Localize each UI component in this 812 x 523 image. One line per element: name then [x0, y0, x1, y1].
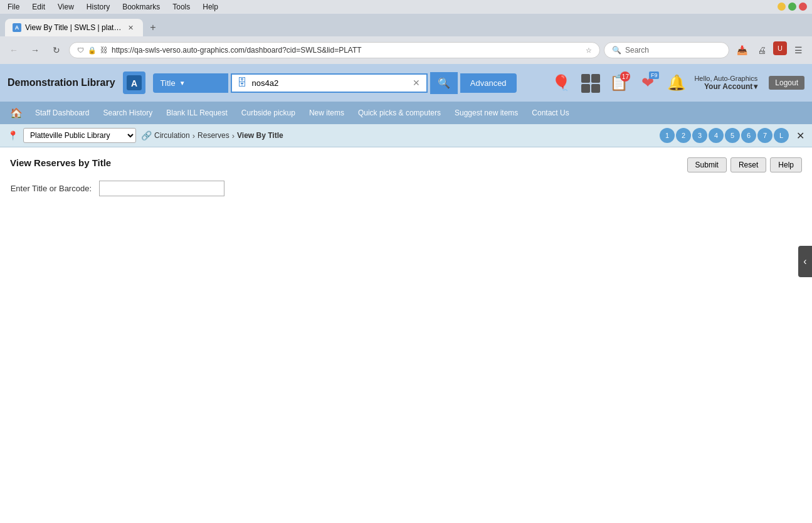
url-bar[interactable]: 🛡 🔒 ⛓ https://qa-swls-verso.auto-graphic… — [69, 42, 600, 58]
nav-quick-picks[interactable]: Quick picks & computers — [352, 105, 447, 121]
browser-tab-active[interactable]: A View By Title | SWLS | platt | Au... ✕ — [5, 19, 143, 36]
search-type-dropdown[interactable]: Title ▼ — [153, 73, 228, 93]
logout-button[interactable]: Logout — [769, 76, 804, 90]
menu-help[interactable]: Help — [200, 1, 221, 13]
clear-search-button[interactable]: ✕ — [411, 77, 421, 89]
help-button[interactable]: Help — [770, 157, 802, 172]
logo-icon: A — [123, 71, 145, 94]
tab-title: View By Title | SWLS | platt | Au... — [25, 23, 122, 32]
nav-blank-ill[interactable]: Blank ILL Request — [160, 105, 234, 121]
menu-bar: File Edit View History Bookmarks Tools H… — [0, 0, 812, 14]
breadcrumb: 🔗 Circulation › Reserves › View By Title — [141, 130, 655, 140]
back-button[interactable]: ← — [5, 41, 23, 59]
reset-button[interactable]: Reset — [730, 157, 766, 172]
shield-icon: 🛡 — [77, 46, 84, 54]
form-row-title: Enter Title or Barcode: — [10, 181, 802, 196]
menu-bookmarks[interactable]: Bookmarks — [120, 1, 162, 13]
balloon-icon: 🎈 — [552, 74, 571, 92]
browser-search-bar[interactable]: 🔍 Search — [604, 42, 729, 58]
page-btn-2[interactable]: 2 — [676, 128, 691, 143]
new-tab-button[interactable]: + — [144, 19, 162, 36]
tab-favicon: A — [13, 23, 21, 32]
url-text: https://qa-swls-verso.auto-graphics.com/… — [112, 46, 582, 55]
advanced-search-button[interactable]: Advanced — [460, 73, 517, 93]
account-dropdown-button[interactable]: Your Account ▾ — [704, 82, 757, 91]
menu-icon[interactable]: ☰ — [789, 41, 807, 59]
balloon-icon-button[interactable]: 🎈 — [550, 71, 572, 94]
search-button[interactable]: 🔍 — [430, 72, 458, 94]
browser-actions: 📥 🖨 U ☰ — [733, 41, 807, 59]
app-header: Demonstration Library A Title ▼ 🗄 ✕ � — [0, 64, 812, 102]
home-button[interactable]: 🏠 — [5, 103, 28, 123]
menu-tools[interactable]: Tools — [170, 1, 192, 13]
search-area: Title ▼ 🗄 ✕ 🔍 Advanced — [153, 72, 517, 94]
browser-search-placeholder: Search — [625, 46, 649, 55]
bell-icon-button[interactable]: 🔔 — [665, 71, 688, 94]
nav-curbside-pickup[interactable]: Curbside pickup — [235, 105, 302, 121]
address-bar: ← → ↻ 🛡 🔒 ⛓ https://qa-swls-verso.auto-g… — [0, 36, 812, 64]
window-maximize[interactable] — [788, 3, 796, 11]
submit-button[interactable]: Submit — [687, 157, 727, 172]
user-greeting: Hello, Auto-Graphics — [694, 75, 757, 82]
breadcrumb-circulation[interactable]: Circulation — [154, 131, 190, 140]
action-buttons: Submit Reset Help — [687, 157, 802, 172]
user-area: Hello, Auto-Graphics Your Account ▾ — [694, 75, 757, 91]
menu-view[interactable]: View — [55, 1, 76, 13]
catalog-icon — [580, 73, 600, 93]
title-barcode-label: Enter Title or Barcode: — [10, 184, 92, 193]
search-input[interactable] — [250, 75, 411, 92]
search-type-label: Title — [161, 78, 176, 88]
location-bar: 📍 Platteville Public Library 🔗 Circulati… — [0, 124, 812, 147]
nav-staff-dashboard[interactable]: Staff Dashboard — [29, 105, 96, 121]
menu-history[interactable]: History — [84, 1, 112, 13]
menu-file[interactable]: File — [5, 1, 22, 13]
page-btn-4[interactable]: 4 — [709, 128, 724, 143]
f9-badge: F9 — [649, 71, 660, 79]
lock-icon: 🔒 — [88, 46, 97, 55]
nav-search-history[interactable]: Search History — [97, 105, 159, 121]
favorites-icon-button[interactable]: ❤ F9 — [636, 71, 659, 94]
link-icon: ⛓ — [100, 46, 108, 55]
bookmark-star-icon[interactable]: ☆ — [586, 46, 592, 55]
account-label: Your Account — [704, 82, 752, 91]
forward-button[interactable]: → — [26, 41, 44, 59]
location-select[interactable]: Platteville Public Library — [23, 128, 136, 143]
list-icon-button[interactable]: 📋 17 — [608, 71, 630, 94]
page-title: View Reserves by Title — [10, 157, 802, 168]
location-pin-icon: 📍 — [8, 130, 18, 140]
tab-bar: A View By Title | SWLS | platt | Au... ✕… — [0, 14, 812, 36]
database-icon: 🗄 — [237, 77, 247, 88]
page-btn-6[interactable]: 6 — [741, 128, 756, 143]
account-arrow-icon: ▾ — [754, 82, 757, 91]
header-icons: 🎈 📋 17 ❤ F9 — [550, 71, 804, 94]
extension-icon[interactable]: U — [773, 41, 787, 55]
breadcrumb-icon: 🔗 — [141, 130, 152, 140]
pocket-icon[interactable]: 📥 — [733, 41, 751, 59]
menu-edit[interactable]: Edit — [29, 1, 48, 13]
window-minimize[interactable] — [778, 3, 786, 11]
svg-rect-4 — [581, 84, 590, 93]
print-icon[interactable]: 🖨 — [753, 41, 771, 59]
breadcrumb-sep-2: › — [232, 131, 235, 140]
reload-button[interactable]: ↻ — [48, 41, 65, 59]
page-btn-l[interactable]: L — [774, 128, 789, 143]
side-collapse-button[interactable]: ‹ — [798, 246, 812, 277]
nav-suggest-new-items[interactable]: Suggest new items — [448, 105, 524, 121]
search-icon: 🔍 — [612, 46, 621, 55]
app-content: Demonstration Library A Title ▼ 🗄 ✕ � — [0, 64, 812, 523]
title-barcode-input[interactable] — [99, 181, 224, 196]
page-btn-1[interactable]: 1 — [660, 128, 675, 143]
nav-contact-us[interactable]: Contact Us — [525, 105, 575, 121]
breadcrumb-reserves[interactable]: Reserves — [198, 131, 229, 140]
breadcrumb-sep-1: › — [192, 131, 195, 140]
library-name: Demonstration Library — [8, 77, 115, 88]
svg-rect-5 — [591, 84, 600, 93]
page-btn-3[interactable]: 3 — [692, 128, 707, 143]
nav-new-items[interactable]: New items — [303, 105, 351, 121]
page-btn-7[interactable]: 7 — [757, 128, 772, 143]
catalog-icon-button[interactable] — [579, 71, 601, 94]
page-btn-5[interactable]: 5 — [725, 128, 740, 143]
window-close[interactable] — [799, 3, 807, 11]
tab-close-button[interactable]: ✕ — [125, 23, 135, 33]
close-panel-button[interactable]: ✕ — [796, 130, 804, 142]
